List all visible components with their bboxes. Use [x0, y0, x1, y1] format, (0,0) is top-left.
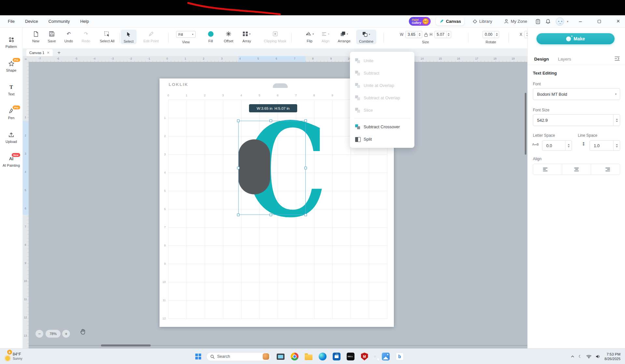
artboard-ruler-number: 9 — [160, 255, 167, 273]
selection-handle-n[interactable] — [270, 119, 272, 122]
avatar-caret-icon[interactable]: ▾ — [567, 20, 568, 23]
pan-hand-tool[interactable] — [79, 328, 87, 337]
paint-gallery-badge[interactable]: PaintGallery GO — [409, 17, 431, 26]
taskbar-clock[interactable]: 7:53 PM 8/26/2025 — [604, 352, 620, 361]
menu-device[interactable]: Device — [25, 19, 38, 24]
sidebar-item-upload[interactable]: Upload — [0, 132, 23, 144]
tab-my-zone[interactable]: My Zone — [501, 17, 531, 25]
volume-icon[interactable] — [596, 355, 600, 358]
window-maximize-button[interactable] — [592, 15, 606, 28]
artboard-ruler-number: 5 — [160, 182, 167, 200]
menu-file[interactable]: File — [8, 19, 15, 24]
taskbar-app-photos[interactable] — [381, 352, 390, 361]
moon-icon[interactable]: ☾ — [578, 354, 582, 359]
close-tab-icon[interactable]: × — [47, 50, 49, 55]
collapse-panel-icon[interactable] — [615, 56, 620, 62]
weather-widget[interactable]: 9 84°F Sunny — [3, 349, 22, 364]
height-stepper[interactable] — [446, 31, 451, 38]
avatar[interactable] — [556, 17, 564, 26]
lock-icon[interactable] — [424, 33, 428, 37]
font-select[interactable]: Bodoni MT Bold ▾ — [533, 88, 620, 100]
artboard-ruler-number: 3 — [214, 94, 232, 97]
vertical-scrollbar-thumb[interactable] — [525, 93, 526, 155]
align-center-button[interactable] — [562, 164, 591, 175]
combine-menu-item[interactable]: Subtract Crossover — [350, 120, 414, 133]
toolbar-flip[interactable]: ▾ Flip — [305, 31, 314, 43]
horizontal-scrollbar-thumb[interactable] — [101, 344, 151, 346]
combine-menu-group-enabled: Subtract Crossover Split — [350, 120, 414, 145]
add-tab-button[interactable]: + — [56, 50, 62, 56]
search-box[interactable]: Search — [206, 352, 271, 361]
sidebar-item-pen[interactable]: Pro Pen — [0, 108, 23, 120]
window-close-button[interactable]: × — [611, 15, 625, 28]
line-space-input[interactable]: 1.0 — [590, 140, 620, 151]
selection-handle-ne[interactable] — [304, 119, 307, 122]
tab-library[interactable]: Library — [469, 17, 495, 25]
toolbar-select-all[interactable]: Select All — [100, 31, 114, 43]
line-space-stepper[interactable] — [613, 141, 620, 150]
bell-icon[interactable] — [546, 19, 550, 24]
width-input[interactable]: 3.65 — [405, 31, 422, 38]
start-button[interactable] — [195, 354, 201, 359]
taskbar-app-edge[interactable] — [318, 352, 327, 361]
x-position-input[interactable]: 3.91 — [524, 31, 527, 38]
letter-space-stepper[interactable] — [565, 141, 572, 150]
toolbar-select[interactable]: Select — [121, 30, 137, 44]
selection-handle-sw[interactable] — [237, 214, 240, 216]
toolbar-offset[interactable]: Offset — [224, 31, 233, 43]
tab-layers[interactable]: Layers — [558, 57, 571, 62]
canvas-tab[interactable]: Canvas 1 × — [26, 49, 53, 56]
sidebar-item-text[interactable]: T Text — [0, 84, 23, 96]
selection-handle-nw[interactable] — [237, 119, 240, 122]
canvas-workspace[interactable]: LOKLIK 0123456789 123456789101112 C W:3.… — [29, 62, 527, 348]
sidebar-item-ai-painting[interactable]: New AI AI Painting — [0, 156, 23, 168]
view-fill-dropdown[interactable]: Fill▾ — [176, 31, 196, 38]
taskbar-app-mcafee[interactable]: M — [360, 352, 369, 361]
selection-handle-se[interactable] — [304, 214, 307, 216]
toolbar-save[interactable]: Save — [47, 31, 57, 43]
zoom-out-button[interactable]: − — [35, 330, 43, 338]
width-stepper[interactable] — [417, 31, 422, 38]
toolbar-arrange[interactable]: ▾ Arrange — [338, 31, 350, 43]
selection-handle-e[interactable] — [304, 167, 307, 169]
combine-menu-item[interactable]: Split — [350, 133, 414, 145]
chevron-down-icon: ▾ — [369, 33, 370, 36]
menu-community[interactable]: Community — [49, 19, 70, 24]
selection-handle-w[interactable] — [237, 167, 240, 169]
taskbar-app-store[interactable] — [332, 352, 341, 361]
ruler-number: 8 — [304, 56, 322, 61]
taskbar-app-monitor[interactable] — [276, 352, 285, 361]
taskbar-app-dell[interactable]: DELL — [346, 352, 355, 361]
zoom-in-button[interactable]: + — [62, 330, 70, 338]
font-size-input[interactable]: 542.9 — [533, 114, 620, 126]
selection-handle-s[interactable] — [270, 214, 272, 216]
letter-space-input[interactable]: 0.0 — [542, 140, 572, 151]
height-input[interactable]: 5.07 — [435, 31, 451, 38]
window-minimize-button[interactable]: – — [574, 15, 587, 28]
toolbar-undo[interactable]: ↶ Undo — [64, 31, 74, 43]
toolbar-fill[interactable]: Fill — [206, 31, 215, 43]
toolbar-array[interactable]: ▾ Array — [242, 31, 252, 43]
horizontal-ruler: -7-6-5-4-3-2-101234567891011121314151617… — [29, 56, 527, 62]
taskbar-app-file-explorer[interactable] — [304, 352, 313, 361]
taskbar-app-chrome[interactable] — [290, 352, 299, 361]
rotate-stepper[interactable] — [494, 31, 499, 38]
tab-canvas[interactable]: Canvas — [436, 17, 464, 25]
toolbar-combine[interactable]: ▾ Combine — [356, 30, 376, 44]
sidebar-item-shape[interactable]: Pro Shape — [0, 61, 23, 73]
taskbar-app-loklik[interactable]: b — [395, 352, 404, 361]
align-left-button[interactable] — [533, 164, 562, 175]
make-button[interactable]: ✦ Make — [536, 33, 615, 44]
font-size-stepper[interactable] — [613, 115, 620, 126]
align-right-button[interactable] — [591, 164, 620, 175]
clipboard-icon[interactable] — [535, 19, 540, 24]
sidebar-item-pattern[interactable]: Pattern — [0, 37, 23, 49]
font-label: Font — [533, 82, 541, 86]
tab-design[interactable]: Design — [534, 57, 549, 62]
taskbar-app-design-active[interactable] — [374, 356, 376, 357]
toolbar-new[interactable]: New — [31, 31, 41, 43]
menu-help[interactable]: Help — [80, 19, 89, 24]
wifi-icon[interactable] — [586, 355, 591, 358]
hidden-icons-chevron[interactable] — [571, 356, 574, 357]
rotate-input[interactable]: 0.00 — [482, 31, 499, 38]
